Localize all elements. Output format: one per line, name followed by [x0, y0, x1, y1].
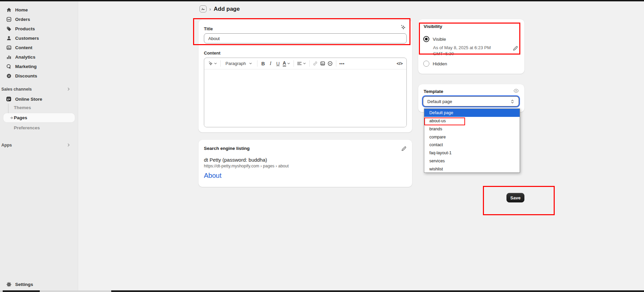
orders-icon [6, 17, 11, 22]
person-icon [6, 35, 11, 41]
sidebar-item-discounts[interactable]: Discounts [3, 71, 75, 80]
sidebar-item-label: Discounts [15, 73, 37, 78]
sidebar-item-label: Products [15, 26, 35, 31]
template-option-about-us[interactable]: about-us [424, 117, 520, 125]
sidebar-item-label: Online Store [15, 97, 42, 102]
sidebar-item-label: Marketing [15, 64, 37, 69]
sidebar-item-pages[interactable]: Pages [3, 113, 75, 122]
top-window-strip [0, 0, 644, 1]
visible-radio-row[interactable]: Visible [423, 36, 446, 42]
sidebar-item-label: Preferences [14, 125, 40, 130]
breadcrumb: › Add page [200, 5, 240, 12]
sidebar-item-customers[interactable]: Customers [3, 33, 75, 43]
scrollbar-thumb[interactable] [3, 290, 40, 292]
radio-unselected-icon[interactable] [423, 61, 429, 67]
edit-pencil-icon[interactable] [513, 45, 518, 51]
template-option-services[interactable]: services [424, 157, 520, 165]
visibility-card-title: Visibility [424, 24, 442, 29]
toolbar-divider [336, 60, 336, 67]
paragraph-style-dropdown[interactable]: Paragraph [223, 60, 255, 68]
alignment-button[interactable] [296, 60, 307, 68]
target-cursor-icon [6, 64, 11, 69]
sidebar-item-label: Pages [14, 115, 27, 120]
template-option-brands[interactable]: brands [424, 125, 520, 133]
italic-button[interactable]: I [267, 60, 274, 68]
sidebar-item-label: Themes [14, 105, 31, 110]
insert-image-button[interactable] [319, 60, 327, 68]
rich-text-editor: Paragraph B I U A [204, 58, 407, 127]
bold-button[interactable]: B [259, 60, 267, 68]
chevron-down-icon [249, 62, 252, 65]
template-card: Template Default page [418, 84, 524, 112]
sidebar-item-label: Customers [15, 36, 39, 41]
sidebar-item-label: Home [15, 7, 28, 12]
title-field-label: Title [204, 26, 407, 31]
sidebar-item-label: Content [15, 45, 32, 50]
view-eye-icon[interactable] [513, 88, 519, 94]
toolbar-divider [220, 60, 221, 67]
pages-breadcrumb-icon[interactable] [200, 5, 207, 12]
visibility-date-line1: As of May 8, 2025 at 6:23 PM [433, 45, 491, 50]
code-view-button[interactable]: </> [396, 60, 404, 68]
breadcrumb-separator: › [209, 6, 211, 12]
apps-header[interactable]: Apps [1, 141, 77, 149]
text-color-button[interactable]: A [282, 60, 292, 68]
arrow-right-icon [9, 116, 14, 120]
sidebar-item-label: Analytics [15, 55, 35, 60]
chevron-down-icon [287, 62, 290, 65]
select-updown-icon [510, 99, 515, 104]
template-option-faq-layout-1[interactable]: faq-layout-1 [424, 149, 520, 157]
underline-button[interactable]: U [274, 60, 282, 68]
sidebar-item-label: Settings [15, 282, 33, 287]
sidebar-item-preferences[interactable]: Preferences [3, 123, 75, 132]
seo-card: Search engine listing dt Petty (password… [198, 140, 412, 187]
sidebar-item-content[interactable]: Content [3, 43, 75, 52]
bottom-scrollbar[interactable] [0, 290, 644, 292]
sidebar-item-label: Orders [15, 17, 30, 22]
visibility-date-note: As of May 8, 2025 at 6:23 PM GMT+5:30 [433, 45, 511, 57]
sales-channels-header[interactable]: Sales channels [1, 86, 77, 93]
template-card-title: Template [424, 89, 443, 94]
sidebar-item-analytics[interactable]: Analytics [3, 52, 75, 62]
visibility-card: Visibility Visible As of May 8, 2025 at … [418, 19, 524, 74]
apps-label: Apps [1, 143, 12, 148]
chevron-right-icon [66, 143, 71, 147]
sidebar-item-online-store[interactable]: Online Store [3, 94, 75, 104]
template-option-compare[interactable]: compare [424, 133, 520, 141]
discount-badge-icon [6, 73, 11, 78]
editor-content-area[interactable] [204, 69, 406, 127]
title-input[interactable] [204, 33, 407, 43]
visible-radio-label: Visible [433, 37, 446, 42]
sidebar: Home Orders Products Customers Content [0, 1, 78, 290]
sidebar-item-home[interactable]: Home [3, 5, 75, 14]
template-select[interactable]: Default page [423, 96, 519, 106]
insert-link-button[interactable] [312, 60, 319, 68]
sidebar-item-products[interactable]: Products [3, 24, 75, 33]
sidebar-item-settings[interactable]: Settings [3, 280, 75, 289]
template-dropdown-menu: Default page about-us brands compare con… [424, 108, 520, 173]
ai-assist-button[interactable] [207, 60, 218, 68]
sidebar-item-marketing[interactable]: Marketing [3, 62, 75, 71]
more-options-button[interactable]: ••• [338, 60, 346, 68]
edit-pencil-icon[interactable] [401, 146, 407, 152]
toolbar-divider [257, 60, 257, 67]
sidebar-item-themes[interactable]: Themes [3, 103, 75, 112]
toolbar-divider [294, 60, 294, 67]
chevron-down-icon [303, 62, 306, 65]
template-option-default-page[interactable]: Default page [424, 109, 520, 117]
hidden-radio-row[interactable]: Hidden [423, 61, 447, 67]
ai-sparkle-icon[interactable] [400, 24, 406, 30]
sidebar-item-orders[interactable]: Orders [3, 14, 75, 24]
home-icon [6, 7, 11, 12]
store-icon [6, 96, 11, 102]
template-selected-value: Default page [427, 99, 452, 104]
template-option-wishlist[interactable]: wishlist [424, 165, 520, 173]
chevron-right-icon [66, 87, 71, 91]
radio-selected-icon[interactable] [423, 36, 429, 42]
template-option-contact[interactable]: contact [424, 141, 520, 149]
chevron-down-icon [214, 62, 217, 65]
save-button[interactable]: Save [507, 193, 524, 202]
paragraph-style-label: Paragraph [225, 61, 246, 66]
insert-video-button[interactable] [327, 60, 334, 68]
seo-page-title-link[interactable]: About [204, 172, 407, 180]
